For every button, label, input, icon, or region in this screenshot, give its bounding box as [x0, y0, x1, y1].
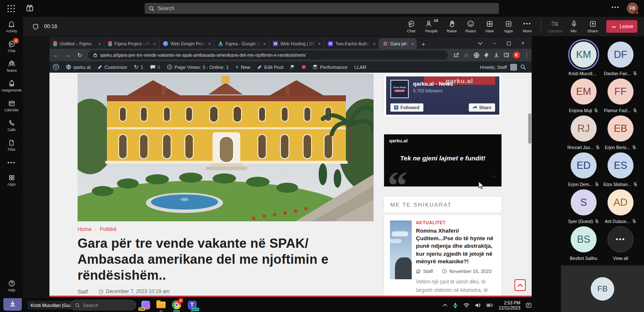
scrollbar-thumb[interactable] — [528, 113, 531, 144]
chrome-profile-avatar[interactable]: K — [513, 51, 520, 59]
wp-edit-post[interactable]: Edit Post — [254, 61, 287, 73]
wp-howdy[interactable]: Howdy, Staff — [480, 65, 507, 70]
participant-avatar[interactable]: S — [571, 189, 597, 215]
file-explorer-taskbar-icon[interactable] — [156, 299, 166, 310]
wp-user-avatar[interactable] — [510, 64, 517, 71]
participant-tile[interactable]: EM Erijona Muji — [565, 79, 602, 115]
tab-close-icon[interactable]: × — [318, 41, 321, 46]
scroll-to-top-button[interactable] — [514, 279, 526, 291]
browser-tab[interactable]: H Two-Factor Authentic × — [324, 38, 379, 49]
wp-page-views[interactable]: Page Views: 3 - Online: 1 — [164, 61, 232, 73]
taskbar-search[interactable]: Search — [70, 300, 136, 310]
article-author[interactable]: Staff — [78, 289, 88, 295]
chrome-taskbar-icon[interactable]: K — [171, 299, 182, 310]
rail-item-teams[interactable]: Teams — [0, 56, 23, 76]
participant-tile[interactable]: FF Flamur Fazl... — [602, 79, 639, 115]
notification-center-icon[interactable] — [526, 302, 532, 308]
meeting-mic-button[interactable]: Mic — [564, 17, 583, 36]
downloads-icon[interactable] — [491, 50, 501, 60]
facebook-page-logo[interactable]: News Media qarku.al — [390, 80, 409, 98]
address-bar[interactable]: qarku.al/gara-per-tre-vende-vakante-ne-s… — [88, 50, 448, 60]
meeting-people-button[interactable]: 19 People — [421, 17, 442, 36]
breadcrumb-section-link[interactable]: Politikë — [100, 226, 117, 232]
participant-avatar[interactable]: ED — [571, 152, 597, 178]
bookmark-star-icon[interactable]: ☆ — [461, 50, 471, 60]
meeting-react-button[interactable]: React — [461, 17, 480, 36]
meeting-apps-button[interactable]: Apps — [499, 17, 518, 36]
share-page-icon[interactable] — [451, 50, 461, 60]
most-viewed-card[interactable]: AKTUALITET Romina Xhaferi/Çuditem...Pse … — [384, 215, 502, 296]
wp-site-menu[interactable]: qarku.al — [62, 61, 94, 73]
meeting-share-button[interactable]: Share — [583, 17, 602, 36]
participant-avatar[interactable]: EM — [571, 79, 597, 105]
tray-battery-icon[interactable] — [486, 303, 493, 307]
view-all-tile[interactable]: ••• View all — [602, 226, 639, 263]
participant-tile[interactable]: AD Arti Dulaze... — [602, 189, 639, 226]
download-app-button[interactable] — [3, 296, 22, 311]
tab-close-icon[interactable]: × — [373, 41, 376, 46]
window-minimize-button[interactable]: – — [487, 38, 501, 49]
side-panel-icon[interactable] — [501, 50, 512, 60]
browser-tab[interactable]: Web Desgin Presenta × — [159, 38, 214, 49]
browser-tab[interactable]: Figma - Google Drive × — [214, 38, 269, 49]
participant-tile[interactable]: DF Dardan Fan... — [602, 42, 639, 79]
tray-clock[interactable]: 2:53 PM 12/11/2023 — [499, 300, 520, 310]
tab-close-icon[interactable]: × — [411, 41, 414, 46]
tray-wifi-icon[interactable] — [463, 303, 470, 308]
new-tab-button[interactable]: + — [418, 39, 428, 49]
rail-item-activity[interactable]: Activity — [0, 17, 23, 37]
window-close-button[interactable]: × — [516, 38, 530, 49]
participant-avatar[interactable]: FF — [608, 79, 634, 105]
tabsearch-chevron-icon[interactable] — [473, 38, 487, 49]
extension-globe-icon[interactable] — [471, 50, 481, 60]
meeting-more-button[interactable]: ••• More — [518, 17, 537, 36]
widgets-taskbar-icon[interactable]: PRE — [140, 299, 151, 310]
wp-logo-menu[interactable]: W — [49, 61, 62, 73]
meeting-chat-button[interactable]: Chat — [402, 17, 421, 36]
wp-customize[interactable]: Customize — [94, 61, 130, 73]
wp-updates[interactable]: ↻ 1 — [130, 61, 146, 73]
participant-avatar[interactable]: BS — [571, 226, 597, 252]
tray-mic-icon[interactable] — [453, 302, 458, 308]
browser-tab[interactable]: Untitled – Figma × — [49, 38, 104, 49]
browser-tab[interactable]: Figma Project – Figm × — [104, 38, 159, 49]
titlebar-avatar[interactable]: FB — [627, 3, 638, 14]
teams-search-input[interactable]: Search — [145, 3, 499, 14]
tab-close-icon[interactable]: × — [153, 41, 156, 46]
meeting-view-button[interactable]: View — [480, 17, 499, 36]
browser-tab[interactable]: Gara për tre vende v × — [379, 38, 417, 49]
tray-volume-icon[interactable] — [475, 303, 481, 308]
tray-chevron-icon[interactable] — [443, 304, 447, 307]
participant-tile[interactable]: BS Besfort Salihu — [565, 226, 602, 263]
participant-tile[interactable]: ES Elza Slishan... — [602, 152, 639, 189]
participant-tile[interactable]: ED Erjon Dem... — [565, 152, 602, 189]
rail-item-chat[interactable]: Chat 4 — [0, 37, 23, 56]
participant-avatar[interactable]: ES — [608, 152, 634, 178]
participant-tile[interactable]: KM Kristi Mucollari ... — [565, 42, 602, 79]
wp-search-icon[interactable] — [520, 64, 526, 70]
card-category[interactable]: AKTUALITET — [416, 220, 496, 225]
tab-close-icon[interactable]: × — [263, 41, 266, 46]
rail-item-calendar[interactable]: Calendar — [0, 96, 23, 115]
quote-banner-widget[interactable]: qarku.al Tek ne gjeni lajmet e fundit! “… — [384, 134, 502, 187]
card-title[interactable]: Romina Xhaferi/Çuditem...Pse do të hynte… — [416, 227, 496, 265]
rail-item-assignments[interactable]: Assignments — [0, 76, 23, 96]
participant-tile[interactable]: RJ Rrezart Jas... — [565, 115, 602, 152]
tab-close-icon[interactable]: × — [208, 41, 211, 46]
back-button[interactable]: ← — [51, 50, 61, 60]
wp-comments[interactable]: 0 — [147, 61, 164, 73]
view-all-icon[interactable]: ••• — [608, 226, 634, 252]
participant-tile[interactable]: EB Erjon Beris... — [602, 115, 639, 152]
rail-item-calls[interactable]: Calls — [0, 115, 23, 135]
wp-status-dot[interactable] — [299, 61, 309, 73]
wp-flag-icon[interactable] — [287, 61, 299, 73]
leave-button[interactable]: Leave — [606, 20, 637, 33]
rail-item-more[interactable]: ••• — [0, 155, 23, 170]
rail-item-apps[interactable]: Apps — [0, 170, 23, 190]
participant-avatar[interactable]: KM — [571, 42, 597, 68]
teams-taskbar-icon[interactable]: T NEW — [187, 299, 197, 310]
rail-item-help[interactable]: Help — [0, 276, 23, 296]
window-maximize-button[interactable] — [501, 38, 516, 49]
extensions-puzzle-icon[interactable] — [481, 50, 491, 60]
wp-new[interactable]: + New — [232, 61, 254, 73]
